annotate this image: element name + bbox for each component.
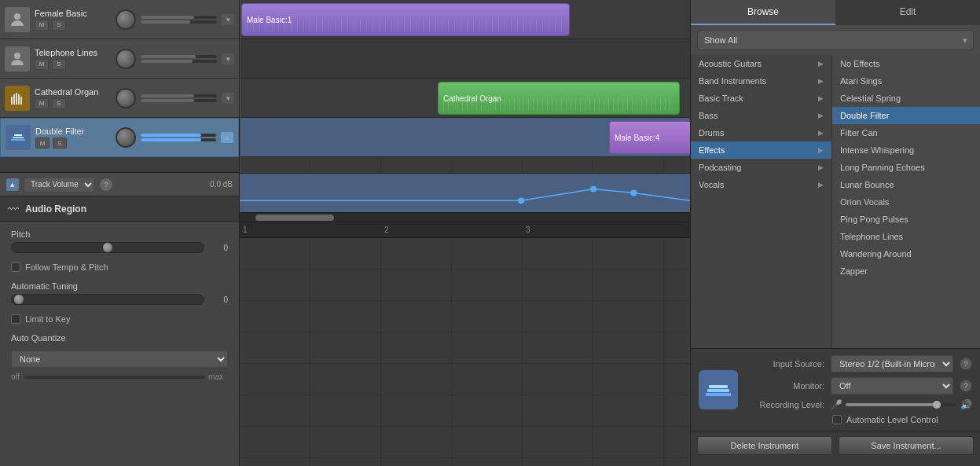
delete-instrument-button[interactable]: Delete Instrument <box>697 436 832 455</box>
track-icon-female-basic <box>5 7 30 32</box>
quantize-slider[interactable] <box>24 376 205 379</box>
fader-track-double-filter[interactable] <box>141 134 216 137</box>
ruler-mark-3: 3 <box>526 226 530 234</box>
browser-item-basic-track[interactable]: Basic Track ▶ <box>691 90 831 107</box>
svg-rect-8 <box>13 137 24 138</box>
fader-track2-cathedral[interactable] <box>141 99 217 102</box>
instrument-main-row: Input Source: Stereo 1/2 (Built-in Micro… <box>691 349 980 431</box>
browser-item-podcasting[interactable]: Podcasting ▶ <box>691 159 831 176</box>
auto-level-label: Automatic Level Control <box>846 415 938 424</box>
volume-knob-telephone[interactable] <box>116 49 136 69</box>
fader-track2-telephone[interactable] <box>141 60 217 63</box>
browser-right-intense[interactable]: Intense Whispering <box>832 141 980 159</box>
track-expand-cathedral[interactable]: ▾ <box>222 93 234 104</box>
region-cathedral-organ[interactable]: Cathedral Organ <box>438 82 680 115</box>
volume-knob-double-filter[interactable] <box>116 127 136 148</box>
solo-btn-cathedral[interactable]: S <box>52 98 66 109</box>
automation-svg <box>240 174 690 212</box>
browser-right-filter-can[interactable]: Filter Can <box>832 124 980 141</box>
region-male-basic-1[interactable]: Male Basic:1 <box>241 3 570 36</box>
track-expand-toggle[interactable]: ▴ <box>6 178 19 191</box>
monitor-help[interactable]: ? <box>960 380 972 392</box>
track-expand-double-filter[interactable]: ▴ <box>221 132 233 143</box>
recording-level-label: Recording Level: <box>746 400 824 409</box>
solo-btn-female-basic[interactable]: S <box>52 20 66 31</box>
browser-right-zapper[interactable]: Zapper <box>832 262 980 280</box>
browser-right-wandering[interactable]: Wandering Around <box>832 245 980 262</box>
volume-knob-cathedral[interactable] <box>116 88 136 108</box>
auto-level-checkbox[interactable] <box>832 415 842 424</box>
arrange-bottom[interactable]: 1 2 3 <box>240 222 690 466</box>
mute-btn-double-filter[interactable]: M <box>35 138 50 149</box>
browser-item-bass[interactable]: Bass ▶ <box>691 107 831 124</box>
pitch-slider-row: 0 <box>11 242 228 253</box>
mute-btn-telephone[interactable]: M <box>35 59 49 70</box>
input-source-select[interactable]: Stereo 1/2 (Built-in Microphone) <box>831 355 953 372</box>
tab-edit-label: Edit <box>900 6 916 17</box>
browser-right-telephone-lines[interactable]: Telephone Lines <box>832 228 980 245</box>
rec-slider-thumb[interactable] <box>933 401 941 409</box>
fader-track-female-basic[interactable] <box>141 16 217 19</box>
fader-track2-double-filter[interactable] <box>141 138 216 141</box>
ruler-mark-2: 2 <box>384 226 389 234</box>
mic-icon: 🎤 <box>831 399 842 410</box>
browser-item-drums[interactable]: Drums ▶ <box>691 124 831 141</box>
browser-item-acoustic[interactable]: Acoustic Guitars ▶ <box>691 55 831 72</box>
volume-knob-female-basic[interactable] <box>116 9 136 30</box>
auto-tuning-thumb[interactable] <box>13 294 24 305</box>
recording-level-row: Recording Level: 🎤 🔊 <box>746 399 972 410</box>
scroll-thumb-x[interactable] <box>255 215 334 221</box>
browser-right-double-filter[interactable]: Double Filter <box>832 107 980 124</box>
arrow-basic-track: ▶ <box>818 94 824 102</box>
volume-help-button[interactable]: ? <box>100 178 112 191</box>
monitor-select[interactable]: Off <box>831 377 953 394</box>
track-row-telephone[interactable]: Telephone Lines M S ▾ <box>0 39 239 79</box>
pitch-slider-thumb[interactable] <box>102 242 113 253</box>
browser-item-band[interactable]: Band Instruments ▶ <box>691 72 831 90</box>
scroll-x-middle[interactable] <box>240 212 690 222</box>
arrange-area[interactable]: Male Basic:1 Cathedral Organ Male Basic:… <box>240 0 690 173</box>
recording-level-slider[interactable] <box>846 403 957 406</box>
instrument-icon <box>699 370 738 409</box>
region-male-basic-4[interactable]: Male Basic:4 <box>609 121 690 154</box>
input-source-help[interactable]: ? <box>960 358 972 370</box>
arrow-acoustic: ▶ <box>818 60 824 68</box>
browser-right-atari-sings[interactable]: Atari Sings <box>832 72 980 90</box>
track-expand-female-basic[interactable]: ▾ <box>222 14 234 25</box>
browser-right-long-panning[interactable]: Long Panning Echoes <box>832 159 980 176</box>
track-volume-select[interactable]: Track Volume <box>24 177 95 193</box>
mute-btn-female-basic[interactable]: M <box>35 20 49 31</box>
tab-edit[interactable]: Edit <box>835 0 980 25</box>
browser-right-no-effects[interactable]: No Effects <box>832 55 980 72</box>
browser-right-orion-vocals[interactable]: Orion Vocals <box>832 193 980 211</box>
limit-to-key-checkbox[interactable] <box>11 314 20 324</box>
track-info-cathedral: Cathedral Organ M S <box>35 87 111 109</box>
follow-tempo-checkbox[interactable] <box>11 262 20 272</box>
arrow-band: ▶ <box>818 77 824 85</box>
fader-area-telephone <box>141 55 217 63</box>
browser-item-effects[interactable]: Effects ▶ <box>691 141 831 159</box>
browser-item-vocals[interactable]: Vocals ▶ <box>691 176 831 193</box>
fader-track2-female-basic[interactable] <box>141 20 217 24</box>
browser-right-lunar-bounce[interactable]: Lunar Bounce <box>832 176 980 193</box>
svg-rect-3 <box>13 94 15 105</box>
tab-browse[interactable]: Browse <box>691 0 835 25</box>
track-row[interactable]: Female Basic M S ▾ <box>0 0 239 39</box>
browser-right-celestial-spring[interactable]: Celestial Spring <box>832 90 980 107</box>
auto-tuning-slider[interactable] <box>11 294 204 305</box>
auto-quantize-select[interactable]: None <box>11 350 228 368</box>
show-all-select[interactable]: Show All <box>697 30 974 50</box>
browser-right-ping-pong[interactable]: Ping Pong Pulses <box>832 211 980 228</box>
svg-rect-9 <box>14 134 22 136</box>
fader-track-cathedral[interactable] <box>141 94 217 97</box>
save-instrument-button[interactable]: Save Instrument... <box>839 436 974 455</box>
solo-btn-double-filter[interactable]: S <box>53 138 67 149</box>
track-row-cathedral[interactable]: Cathedral Organ M S ▾ <box>0 79 239 118</box>
mute-btn-cathedral[interactable]: M <box>35 98 49 109</box>
fader-track-telephone[interactable] <box>141 55 217 58</box>
track-expand-telephone[interactable]: ▾ <box>222 53 234 64</box>
pitch-slider[interactable] <box>11 242 204 253</box>
left-panel: Female Basic M S ▾ <box>0 0 240 466</box>
solo-btn-telephone[interactable]: S <box>52 59 66 70</box>
track-row-double-filter[interactable]: Double Filter M S ▴ <box>0 118 239 157</box>
